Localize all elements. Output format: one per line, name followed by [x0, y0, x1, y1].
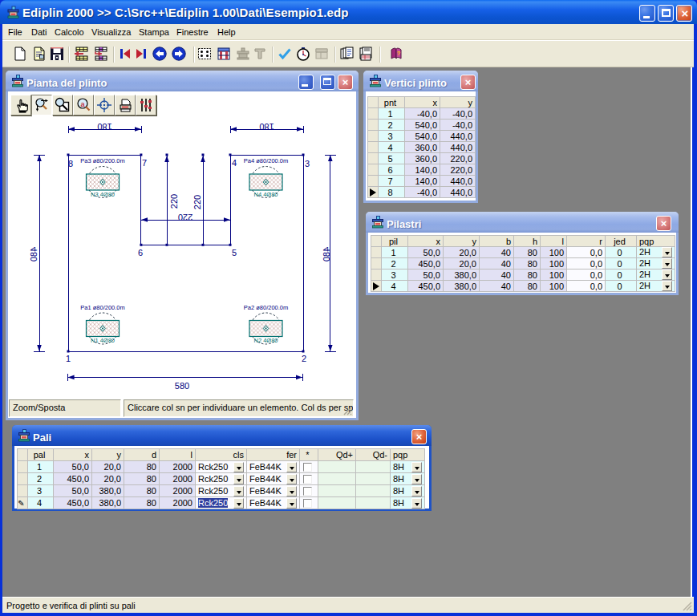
svg-text:N4 4Ø80: N4 4Ø80	[253, 191, 278, 198]
svg-text:N2 4Ø80: N2 4Ø80	[253, 337, 278, 344]
svg-text:5: 5	[232, 248, 237, 257]
svg-text:N1 4Ø80: N1 4Ø80	[91, 337, 115, 344]
svg-text:480: 480	[322, 247, 331, 261]
svg-text:1: 1	[66, 354, 71, 363]
svg-text:Pa2 ø80/200.0m: Pa2 ø80/200.0m	[244, 304, 288, 311]
svg-text:N3 4Ø80: N3 4Ø80	[91, 191, 115, 198]
svg-text:180: 180	[97, 122, 111, 132]
svg-text:580: 580	[175, 381, 189, 391]
svg-text:Pa4 ø80/200.0m: Pa4 ø80/200.0m	[244, 157, 288, 164]
svg-text:3: 3	[305, 159, 310, 168]
svg-text:Pa3 ø80/200.0m: Pa3 ø80/200.0m	[80, 157, 124, 164]
svg-text:7: 7	[142, 158, 147, 168]
svg-text:8: 8	[68, 159, 73, 168]
svg-text:6: 6	[138, 248, 143, 257]
svg-text:220: 220	[192, 195, 202, 209]
svg-text:220: 220	[178, 213, 192, 222]
svg-text:220: 220	[169, 194, 179, 209]
svg-text:480: 480	[29, 247, 38, 261]
svg-text:4: 4	[232, 158, 237, 168]
svg-text:?: ?	[397, 51, 400, 56]
svg-text:Pa1 ø80/200.0m: Pa1 ø80/200.0m	[80, 304, 124, 311]
svg-text:180: 180	[259, 122, 274, 132]
svg-text:2: 2	[302, 354, 306, 363]
